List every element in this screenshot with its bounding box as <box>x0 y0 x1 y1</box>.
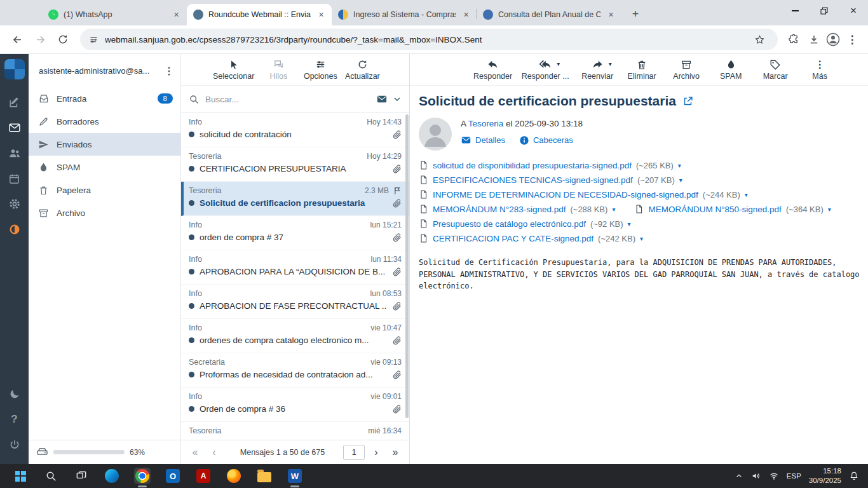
network-wifi-icon[interactable] <box>769 471 779 481</box>
task-view-icon[interactable] <box>73 468 90 484</box>
forward-button[interactable]: ▾ Reenviar <box>578 58 616 81</box>
downloads-icon[interactable] <box>804 30 824 49</box>
archive-button[interactable]: Archivo <box>667 58 705 81</box>
attachment-item[interactable]: MEMORÁNDUM N°850-signed.pdf (~364 KB) ▾ <box>634 203 831 215</box>
chrome-icon[interactable] <box>134 468 151 484</box>
message-row-selected[interactable]: Tesoreria2.3 MB Solicitud de certificaci… <box>181 182 409 216</box>
attachment-name[interactable]: Presupuesto de catálogo electrónico.pdf <box>433 219 586 229</box>
folder-enviados[interactable]: Enviados <box>29 133 180 156</box>
volume-icon[interactable] <box>751 471 761 481</box>
contacts-icon[interactable] <box>0 140 29 166</box>
taskbar-search-icon[interactable] <box>43 468 59 484</box>
attachment-item[interactable]: ESPECIFICACIONES TECNICAS-signed-signed.… <box>419 174 682 186</box>
attachment-name[interactable]: solicitud de disponibilidad presupuestar… <box>433 161 632 170</box>
prev-page-icon[interactable]: ‹ <box>207 445 222 460</box>
message-row[interactable]: Infovie 09:01 Orden de compra # 36 <box>181 388 409 422</box>
attachment-menu-caret-icon[interactable]: ▾ <box>679 177 682 184</box>
details-button[interactable]: Detalles <box>461 135 505 146</box>
tab-close-icon[interactable]: × <box>171 10 182 20</box>
attachment-name[interactable]: ESPECIFICACIONES TECNICAS-signed-signed.… <box>433 175 633 185</box>
cpanel-icon[interactable] <box>0 217 29 242</box>
flag-icon[interactable] <box>393 186 402 195</box>
new-tab-button[interactable]: + <box>627 5 644 23</box>
browser-menu-icon[interactable]: ⋮ <box>843 30 862 49</box>
account-menu-icon[interactable]: ⋮ <box>161 63 177 78</box>
open-in-new-window-icon[interactable] <box>682 96 693 107</box>
folder-archivo[interactable]: Archivo <box>29 201 180 224</box>
dropdown-caret-icon[interactable]: ▾ <box>609 60 612 67</box>
options-button[interactable]: Opciones <box>302 58 338 81</box>
folder-entrada[interactable]: Entrada 8 <box>29 87 180 110</box>
reply-button[interactable]: Responder <box>473 58 512 81</box>
recipient-link[interactable]: Tesoreria <box>468 119 504 128</box>
message-row[interactable]: Secretariavie 09:13 Proformas de necesid… <box>181 353 409 388</box>
attachment-menu-caret-icon[interactable]: ▾ <box>640 235 643 242</box>
folder-borradores[interactable]: Borradores <box>29 110 180 133</box>
next-page-icon[interactable]: › <box>369 445 384 460</box>
more-button[interactable]: ⋮ Más <box>801 58 839 81</box>
last-page-icon[interactable]: » <box>388 445 403 460</box>
message-row[interactable]: Infolun 11:34 APROBACION PARA LA “ADQUIS… <box>181 250 409 285</box>
tab-close-icon[interactable]: × <box>606 10 616 20</box>
acrobat-icon[interactable]: A <box>195 468 212 484</box>
mail-icon[interactable] <box>0 115 29 140</box>
address-bar[interactable]: webmail.sanjuan.gob.ec/cpsess2879723216/… <box>80 29 778 50</box>
reply-all-button[interactable]: ▾ Responder ... <box>519 58 572 81</box>
attachment-item[interactable]: solicitud de disponibilidad presupuestar… <box>419 159 681 171</box>
delete-button[interactable]: Eliminar <box>623 58 661 81</box>
dark-mode-moon-icon[interactable] <box>0 381 29 407</box>
attachment-name[interactable]: MEMORÁNDUM N°850-signed.pdf <box>648 205 781 214</box>
attachment-menu-caret-icon[interactable]: ▾ <box>745 191 748 198</box>
search-input[interactable] <box>205 95 370 104</box>
message-row[interactable]: Infolun 15:21 orden de compra # 37 <box>181 216 409 250</box>
spam-button[interactable]: SPAM <box>712 58 750 81</box>
bookmark-star-icon[interactable] <box>750 30 769 49</box>
tab-roundcube[interactable]: Roundcube Webmail :: Enviado × <box>187 4 332 25</box>
notifications-bell-icon[interactable] <box>849 471 859 481</box>
reload-icon[interactable] <box>52 29 74 50</box>
compose-icon[interactable] <box>0 90 29 115</box>
calendar-icon[interactable] <box>0 166 29 191</box>
message-row[interactable]: Tesoreriamié 16:34 <box>181 422 409 440</box>
file-explorer-icon[interactable] <box>256 468 273 484</box>
list-scrollbar[interactable] <box>405 114 409 418</box>
mark-button[interactable]: Marcar <box>756 58 794 81</box>
attachment-name[interactable]: INFORME DE DETERMINACION DE NECESIDAD-si… <box>433 190 698 200</box>
page-number-input[interactable] <box>343 445 365 460</box>
message-row[interactable]: TesoreriaHoy 14:29 CERTIFICACION PRESUPU… <box>181 147 409 182</box>
extensions-icon[interactable] <box>784 30 803 49</box>
folder-papelera[interactable]: Papelera <box>29 179 180 201</box>
select-button[interactable]: Seleccionar <box>213 58 254 81</box>
back-icon[interactable] <box>6 29 28 50</box>
folder-spam[interactable]: SPAM <box>29 156 180 179</box>
minimize-button[interactable] <box>780 0 810 22</box>
refresh-button[interactable]: Actualizar <box>344 58 380 81</box>
hidden-icons-chevron-icon[interactable] <box>735 471 743 480</box>
attachment-menu-caret-icon[interactable]: ▾ <box>612 206 615 213</box>
tab-close-icon[interactable]: × <box>461 10 471 20</box>
firefox-icon[interactable] <box>226 468 242 484</box>
first-page-icon[interactable]: « <box>187 445 203 460</box>
tab-whatsapp[interactable]: (1) WhatsApp × <box>42 4 187 25</box>
attachment-menu-caret-icon[interactable]: ▾ <box>628 220 631 227</box>
settings-gear-icon[interactable] <box>0 191 29 217</box>
logout-power-icon[interactable] <box>0 432 29 458</box>
word-icon[interactable]: W <box>287 468 303 484</box>
headers-button[interactable]: Cabeceras <box>519 135 573 146</box>
message-row[interactable]: InfoHoy 14:43 solicitud de contratación <box>181 113 409 147</box>
language-indicator[interactable]: ESP <box>787 472 801 480</box>
outlook-icon[interactable]: O <box>165 468 181 484</box>
dropdown-caret-icon[interactable]: ▾ <box>557 60 560 67</box>
tab-plan-anual[interactable]: Consulta del Plan Anual de Con × <box>477 4 621 25</box>
start-button[interactable] <box>12 468 29 484</box>
attachment-name[interactable]: MEMORÁNDUM N°283-signed.pdf <box>433 205 566 214</box>
help-icon[interactable]: ? <box>0 407 29 432</box>
edge-icon[interactable] <box>104 468 120 484</box>
restore-button[interactable] <box>810 0 839 22</box>
message-row[interactable]: Infovie 10:47 ordenes de compra catalogo… <box>181 319 409 353</box>
forward-icon[interactable] <box>29 29 51 50</box>
tab-compras[interactable]: Ingreso al Sistema - Compras P × <box>332 4 477 25</box>
taskbar-clock[interactable]: 15:18 30/9/2025 <box>809 466 841 485</box>
message-row[interactable]: Infolun 08:53 APROBACION DE FASE PRECONT… <box>181 285 409 319</box>
close-button[interactable]: × <box>839 0 868 22</box>
